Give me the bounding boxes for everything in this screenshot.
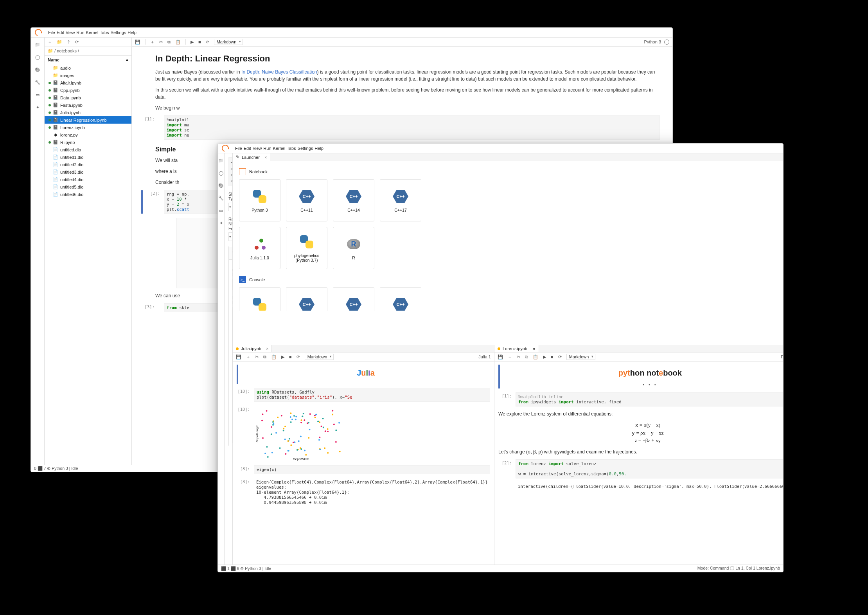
palette-icon[interactable]: 🎨: [34, 67, 41, 73]
save-icon[interactable]: 💾: [498, 354, 503, 360]
file-item[interactable]: 📄untitled4.dio: [45, 176, 131, 183]
launcher-card[interactable]: C++C++17: [380, 179, 421, 221]
cell-type-select[interactable]: Markdown: [214, 39, 243, 45]
menu-tabs[interactable]: Tabs: [99, 29, 110, 36]
file-item[interactable]: 📓Julia.ipynb: [45, 109, 131, 116]
menu-file[interactable]: File: [47, 29, 56, 36]
paste-icon[interactable]: 📋: [271, 354, 277, 360]
tabs-icon[interactable]: ▭: [34, 92, 41, 98]
close-icon[interactable]: ×: [264, 155, 267, 160]
save-icon[interactable]: 💾: [135, 40, 140, 45]
file-item[interactable]: ◆lorenz.py: [45, 131, 131, 138]
menu-edit[interactable]: Edit: [243, 145, 252, 151]
new-folder-button[interactable]: 📁: [57, 40, 62, 45]
code-cell[interactable]: eigen(x): [254, 465, 490, 474]
menu-file[interactable]: File: [234, 145, 243, 151]
launcher-card[interactable]: phylogenetics (Python 3.7): [286, 227, 327, 269]
kernel-name[interactable]: Python 3: [781, 354, 783, 359]
code-cell[interactable]: %matplotlib inline from ipywidgets impor…: [516, 392, 783, 406]
cut-icon[interactable]: ✂: [517, 354, 520, 360]
launcher-card[interactable]: Python 3: [239, 179, 280, 221]
file-item[interactable]: 📄untitled3.dio: [45, 168, 131, 176]
file-item[interactable]: 📁audio: [45, 64, 131, 72]
file-item[interactable]: 📓Fasta.ipynb: [45, 101, 131, 109]
file-item[interactable]: 📓Linear Regression.ipynb: [45, 116, 131, 124]
file-item[interactable]: 📓Cpp.ipynb: [45, 86, 131, 94]
advanced-tools-accordion[interactable]: Advanced Tools▴ Cell Metadata {} Noteboo…: [228, 246, 229, 446]
cell-type-select[interactable]: Markdown: [305, 354, 334, 360]
menu-run[interactable]: Run: [262, 145, 272, 151]
tab-lorenz[interactable]: Lorenz.ipynb●: [494, 345, 539, 352]
launcher-card[interactable]: C++C++14: [333, 179, 374, 221]
raw-format-select[interactable]: [228, 232, 233, 241]
slide-type-select[interactable]: [228, 203, 233, 211]
run-cell-icon[interactable]: ▶: [190, 40, 194, 45]
run-icon[interactable]: ◯: [34, 54, 41, 60]
new-launcher-button[interactable]: ＋: [48, 39, 52, 45]
palette-icon[interactable]: 🎨: [218, 182, 224, 189]
file-item[interactable]: 📓R.ipynb: [45, 138, 131, 146]
file-item[interactable]: 📄untitled5.dio: [45, 183, 131, 191]
add-cell-icon[interactable]: ＋: [508, 354, 512, 360]
paste-icon[interactable]: 📋: [175, 40, 181, 45]
code-cell[interactable]: using RDatasets, Gadfly plot(dataset("da…: [254, 388, 490, 402]
menu-kernel[interactable]: Kernel: [85, 29, 99, 36]
cut-icon[interactable]: ✂: [255, 354, 259, 360]
paste-icon[interactable]: 📋: [533, 354, 538, 360]
menu-settings[interactable]: Settings: [297, 145, 314, 151]
menu-tabs[interactable]: Tabs: [286, 145, 297, 151]
file-item[interactable]: 📓Lorenz.ipynb: [45, 124, 131, 131]
kernel-name[interactable]: Python 3: [644, 40, 661, 44]
menu-run[interactable]: Run: [75, 29, 85, 36]
code-cell[interactable]: %matplotl import ma import se import nu: [164, 115, 660, 140]
cut-icon[interactable]: ✂: [159, 40, 163, 45]
menu-edit[interactable]: Edit: [56, 29, 65, 36]
stop-icon[interactable]: ■: [551, 354, 554, 359]
run-cell-icon[interactable]: ▶: [281, 354, 284, 360]
sort-icon[interactable]: ▴: [126, 57, 128, 62]
restart-icon[interactable]: ⟳: [297, 354, 300, 360]
cell-type-select[interactable]: Markdown: [566, 354, 596, 360]
folder-icon[interactable]: 📁: [218, 157, 224, 164]
copy-icon[interactable]: ⧉: [167, 40, 171, 45]
close-icon[interactable]: ×: [266, 346, 268, 351]
copy-icon[interactable]: ⧉: [525, 354, 528, 360]
file-item[interactable]: 📄untitled2.dio: [45, 161, 131, 168]
copy-icon[interactable]: ⧉: [263, 354, 266, 360]
folder-icon[interactable]: 📁: [34, 41, 41, 48]
tab-launcher[interactable]: ✎Launcher×: [233, 153, 270, 161]
file-item[interactable]: 📁images: [45, 72, 131, 79]
restart-icon[interactable]: ⟳: [558, 354, 562, 360]
launcher-card[interactable]: C++C++11: [286, 179, 327, 221]
tab-julia[interactable]: Julia.ipynb×: [233, 345, 272, 352]
launcher-card[interactable]: C++C++14: [333, 287, 374, 311]
run-icon[interactable]: ◯: [218, 170, 224, 176]
file-item[interactable]: 📄untitled1.dio: [45, 153, 131, 161]
add-cell-icon[interactable]: ＋: [246, 354, 250, 360]
save-icon[interactable]: 💾: [236, 354, 241, 360]
kernel-name[interactable]: Julia 1: [478, 354, 491, 359]
link-naive-bayes[interactable]: In Depth: Naive Bayes Classification: [241, 69, 317, 75]
file-item[interactable]: 📄untitled6.dio: [45, 191, 131, 198]
launcher-card[interactable]: C++C++17: [380, 287, 421, 311]
menu-settings[interactable]: Settings: [110, 29, 127, 36]
add-cell-icon[interactable]: ＋: [150, 39, 155, 45]
tabs-icon[interactable]: ▭: [218, 207, 224, 214]
launcher-card[interactable]: C++C++11: [286, 287, 327, 311]
column-header-name[interactable]: Name: [48, 58, 59, 62]
menu-help[interactable]: Help: [127, 29, 137, 36]
menu-view[interactable]: View: [252, 145, 263, 151]
menu-help[interactable]: Help: [314, 145, 324, 151]
file-item[interactable]: 📄untitled.dio: [45, 146, 131, 153]
restart-icon[interactable]: ⟳: [206, 40, 209, 45]
launcher-card[interactable]: Python 3: [239, 287, 280, 311]
breadcrumb[interactable]: 📁 / notebooks /: [45, 47, 131, 56]
refresh-button[interactable]: ⟳: [75, 40, 79, 45]
wrench-icon[interactable]: 🔧: [34, 79, 41, 85]
stop-icon[interactable]: ■: [289, 354, 292, 359]
upload-button[interactable]: ⇧: [67, 40, 70, 45]
stop-icon[interactable]: ■: [198, 40, 201, 44]
launcher-card[interactable]: Julia 1.1.0: [239, 227, 280, 269]
code-cell[interactable]: from lorenz import solve_lorenz w = inte…: [516, 459, 783, 478]
wrench-icon[interactable]: 🔧: [218, 195, 224, 201]
